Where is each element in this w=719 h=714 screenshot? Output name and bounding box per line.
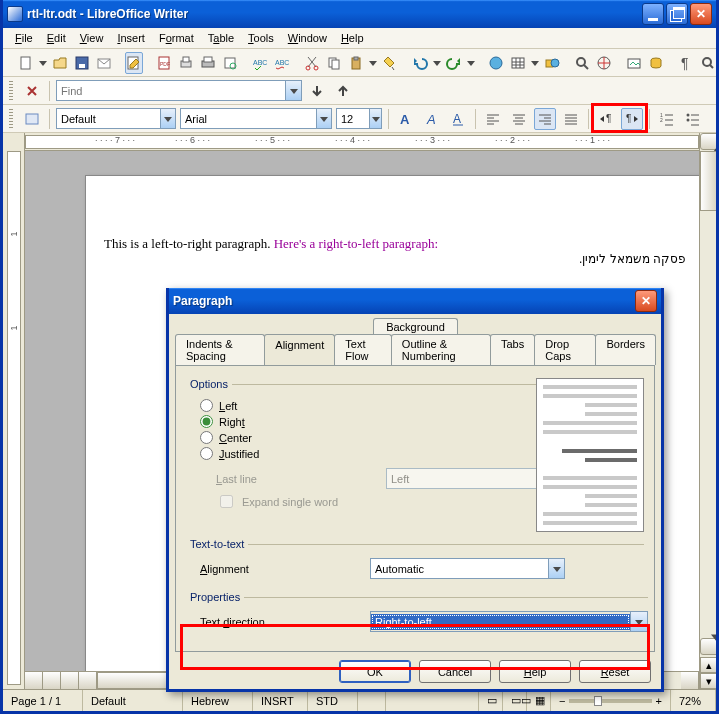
t2t-align-combo[interactable] (370, 558, 565, 579)
align-left-button[interactable] (482, 108, 504, 130)
show-draw-functions-button[interactable] (543, 52, 561, 74)
menu-insert[interactable]: Insert (111, 30, 151, 46)
toolbar-grip[interactable] (9, 81, 13, 101)
tab-outline-numbering[interactable]: Outline & Numbering (391, 334, 491, 365)
para1-link[interactable]: Here's a right-to-left paragraph: (274, 236, 438, 251)
bullets-button[interactable] (682, 108, 704, 130)
status-insert-mode[interactable]: INSRT (253, 690, 308, 711)
tab-background[interactable]: Background (373, 318, 458, 335)
help-button[interactable]: Help (499, 660, 571, 683)
close-findbar-button[interactable] (21, 80, 43, 102)
menu-help[interactable]: Help (335, 30, 370, 46)
opt-right-radio[interactable] (200, 415, 213, 428)
ltr-button[interactable]: ¶ (595, 108, 617, 130)
export-pdf-button[interactable]: PDF (155, 52, 173, 74)
ok-button[interactable]: OK (339, 660, 411, 683)
nonprinting-chars-button[interactable]: ¶ (677, 52, 695, 74)
font-name-input[interactable] (181, 113, 316, 125)
gallery-button[interactable] (625, 52, 643, 74)
dialog-close-button[interactable]: ✕ (635, 290, 657, 312)
tab-borders[interactable]: Borders (595, 334, 656, 365)
navigator-button[interactable] (595, 52, 613, 74)
new-doc-button[interactable] (17, 52, 35, 74)
font-size-combo[interactable] (336, 108, 382, 129)
cut-button[interactable] (303, 52, 321, 74)
status-style[interactable]: Default (83, 690, 183, 711)
status-page[interactable]: Page 1 / 1 (3, 690, 83, 711)
align-right-button[interactable] (534, 108, 556, 130)
menu-view[interactable]: View (74, 30, 110, 46)
font-name-combo[interactable] (180, 108, 332, 129)
spellcheck-button[interactable]: ABC (251, 52, 269, 74)
numbering-button[interactable]: 12 (656, 108, 678, 130)
minimize-button[interactable] (642, 3, 664, 25)
find-next-button[interactable] (306, 80, 328, 102)
menu-tools[interactable]: Tools (242, 30, 280, 46)
align-justify-button[interactable] (560, 108, 582, 130)
textdir-combo[interactable]: Right-to-left (370, 611, 648, 632)
paragraph-style-input[interactable] (57, 113, 160, 125)
find-replace-button[interactable] (573, 52, 591, 74)
styles-window-button[interactable] (21, 108, 43, 130)
paragraph-rtl[interactable]: פסקה משמאל לימין. (579, 252, 686, 266)
page-preview-button[interactable] (221, 52, 239, 74)
paste-dropdown[interactable] (369, 59, 377, 67)
undo-dropdown[interactable] (433, 59, 441, 67)
titlebar[interactable]: rtl-ltr.odt - LibreOffice Writer ✕ (3, 0, 716, 28)
status-multi-view-icon[interactable]: ▦ (527, 690, 551, 711)
undo-button[interactable] (411, 52, 429, 74)
find-dropdown[interactable] (285, 81, 301, 100)
menu-file[interactable]: File (9, 30, 39, 46)
next-page-icon[interactable]: ▾ (700, 673, 716, 689)
t2t-align-dropdown[interactable] (548, 559, 564, 578)
status-language[interactable]: Hebrew (183, 690, 253, 711)
redo-dropdown[interactable] (467, 59, 475, 67)
reset-button[interactable]: Reset (579, 660, 651, 683)
status-view-icon[interactable]: ▭ (479, 690, 503, 711)
redo-button[interactable] (445, 52, 463, 74)
zoom-button[interactable] (699, 52, 717, 74)
format-paintbrush-button[interactable] (381, 52, 399, 74)
find-combo[interactable] (56, 80, 302, 101)
menu-format[interactable]: Format (153, 30, 200, 46)
prev-page-icon[interactable]: ▴ (700, 657, 716, 673)
vertical-scrollbar[interactable]: ▴ ▾ (699, 133, 716, 689)
paragraph-style-combo[interactable] (56, 108, 176, 129)
tab-tabs[interactable]: Tabs (490, 334, 535, 365)
paragraph-ltr[interactable]: This is a left-to-right paragraph. Here'… (104, 236, 438, 252)
tab-drop-caps[interactable]: Drop Caps (534, 334, 596, 365)
status-signature[interactable] (358, 690, 386, 711)
menu-edit[interactable]: Edit (41, 30, 72, 46)
bold-button[interactable]: A (395, 108, 417, 130)
menu-table[interactable]: Table (202, 30, 240, 46)
auto-spellcheck-button[interactable]: ABC (273, 52, 291, 74)
italic-button[interactable]: A (421, 108, 443, 130)
status-zoom[interactable]: 72% (671, 690, 716, 711)
data-sources-button[interactable] (647, 52, 665, 74)
textdir-value[interactable]: Right-to-left (371, 614, 630, 630)
font-size-dropdown[interactable] (369, 109, 381, 128)
print-button[interactable] (199, 52, 217, 74)
dialog-titlebar[interactable]: Paragraph ✕ (169, 288, 661, 314)
tab-text-flow[interactable]: Text Flow (334, 334, 392, 365)
print-preview-button[interactable] (177, 52, 195, 74)
cancel-button[interactable]: Cancel (419, 660, 491, 683)
font-name-dropdown[interactable] (316, 109, 331, 128)
opt-justified-radio[interactable] (200, 447, 213, 460)
find-prev-button[interactable] (332, 80, 354, 102)
textdir-dropdown[interactable] (630, 612, 647, 631)
email-button[interactable] (95, 52, 113, 74)
tab-indents-spacing[interactable]: Indents & Spacing (175, 334, 265, 365)
table-button[interactable] (509, 52, 527, 74)
new-doc-dropdown[interactable] (39, 59, 47, 67)
edit-mode-button[interactable] (125, 52, 143, 74)
copy-button[interactable] (325, 52, 343, 74)
align-center-button[interactable] (508, 108, 530, 130)
rtl-button[interactable]: ¶ (621, 108, 643, 130)
status-book-view-icon[interactable]: ▭▭ (503, 690, 527, 711)
restore-button[interactable] (666, 3, 688, 25)
close-button[interactable]: ✕ (690, 3, 712, 25)
save-button[interactable] (73, 52, 91, 74)
font-size-input[interactable] (337, 113, 369, 125)
status-selection-mode[interactable]: STD (308, 690, 358, 711)
